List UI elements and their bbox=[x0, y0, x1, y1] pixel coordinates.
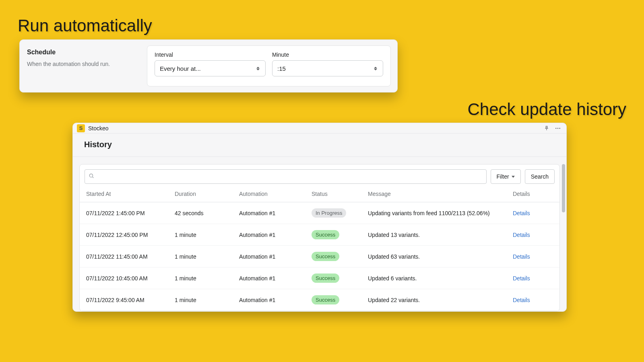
more-icon[interactable] bbox=[553, 124, 562, 133]
cell-started-at: 07/11/2022 10:45:00 AM bbox=[86, 275, 175, 282]
history-table: Started At Duration Automation Status Me… bbox=[80, 185, 559, 311]
minute-value: :15 bbox=[277, 65, 286, 72]
interval-field: Interval Every hour at... bbox=[155, 51, 266, 80]
table-row: 07/11/2022 10:45:00 AM1 minuteAutomation… bbox=[80, 267, 559, 289]
history-toolbar: Filter Search bbox=[80, 165, 559, 185]
col-status: Status bbox=[312, 191, 368, 197]
search-button-label: Search bbox=[531, 173, 549, 180]
minute-label: Minute bbox=[272, 51, 383, 58]
details-link[interactable]: Details bbox=[513, 232, 530, 238]
cell-message: Updated 6 variants. bbox=[368, 275, 513, 282]
status-badge: Success bbox=[312, 274, 339, 283]
heading-run-automatically: Run automatically bbox=[18, 16, 152, 35]
history-body: Filter Search Started At Duration Automa… bbox=[73, 157, 566, 311]
cell-duration: 1 minute bbox=[175, 297, 239, 303]
col-details: Details bbox=[513, 191, 553, 197]
interval-value: Every hour at... bbox=[160, 65, 201, 72]
cell-duration: 1 minute bbox=[175, 275, 239, 282]
cell-message: Updating variants from feed 1100/2113 (5… bbox=[368, 210, 513, 216]
cell-started-at: 07/11/2022 12:45:00 PM bbox=[86, 232, 175, 238]
table-row: 07/11/2022 1:45:00 PM42 secondsAutomatio… bbox=[80, 202, 559, 224]
scrollbar[interactable] bbox=[562, 164, 565, 311]
cell-automation: Automation #1 bbox=[239, 232, 312, 238]
table-header: Started At Duration Automation Status Me… bbox=[80, 185, 559, 202]
history-panel: S Stockeo History Filter bbox=[72, 123, 567, 312]
status-badge: Success bbox=[312, 295, 339, 304]
cell-started-at: 07/11/2022 9:45:00 AM bbox=[86, 297, 175, 303]
schedule-form: Interval Every hour at... Minute :15 bbox=[147, 45, 391, 86]
col-duration: Duration bbox=[175, 191, 239, 197]
schedule-description-pane: Schedule When the automation should run. bbox=[20, 40, 147, 92]
cell-automation: Automation #1 bbox=[239, 210, 312, 216]
cell-started-at: 07/11/2022 11:45:00 AM bbox=[86, 253, 175, 260]
details-link[interactable]: Details bbox=[513, 275, 530, 282]
cell-message: Updated 13 variants. bbox=[368, 232, 513, 238]
minute-field: Minute :15 bbox=[272, 51, 383, 80]
search-input[interactable] bbox=[85, 169, 487, 184]
schedule-description: When the automation should run. bbox=[27, 61, 140, 67]
search-field-wrap bbox=[85, 169, 487, 184]
app-name: Stockeo bbox=[88, 125, 109, 132]
chevron-down-icon bbox=[512, 176, 515, 178]
cell-automation: Automation #1 bbox=[239, 253, 312, 260]
cell-details: Details bbox=[513, 297, 553, 303]
cell-details: Details bbox=[513, 275, 553, 282]
status-badge: Success bbox=[312, 252, 339, 261]
cell-status: In Progress bbox=[312, 208, 368, 218]
cell-details: Details bbox=[513, 232, 553, 238]
details-link[interactable]: Details bbox=[513, 297, 530, 303]
minute-select[interactable]: :15 bbox=[272, 60, 383, 76]
details-link[interactable]: Details bbox=[513, 210, 530, 216]
select-stepper-icon bbox=[256, 65, 262, 72]
cell-automation: Automation #1 bbox=[239, 275, 312, 282]
cell-status: Success bbox=[312, 295, 368, 304]
cell-message: Updated 63 variants. bbox=[368, 253, 513, 260]
details-link[interactable]: Details bbox=[513, 253, 530, 260]
filter-button-label: Filter bbox=[497, 173, 509, 180]
search-icon bbox=[89, 173, 94, 180]
schedule-title: Schedule bbox=[27, 49, 140, 56]
interval-select[interactable]: Every hour at... bbox=[155, 60, 266, 76]
col-automation: Automation bbox=[239, 191, 312, 197]
cell-duration: 1 minute bbox=[175, 253, 239, 260]
col-message: Message bbox=[368, 191, 513, 197]
svg-point-1 bbox=[557, 128, 558, 128]
pin-icon[interactable] bbox=[542, 124, 551, 133]
cell-duration: 42 seconds bbox=[175, 210, 239, 216]
table-row: 07/11/2022 12:45:00 PM1 minuteAutomation… bbox=[80, 224, 559, 246]
table-row: 07/11/2022 11:45:00 AM1 minuteAutomation… bbox=[80, 246, 559, 267]
filter-button[interactable]: Filter bbox=[491, 169, 521, 184]
cell-automation: Automation #1 bbox=[239, 297, 312, 303]
interval-label: Interval bbox=[155, 51, 266, 58]
status-badge: In Progress bbox=[312, 208, 346, 218]
cell-status: Success bbox=[312, 230, 368, 239]
cell-details: Details bbox=[513, 253, 553, 260]
status-badge: Success bbox=[312, 230, 339, 239]
select-stepper-icon bbox=[374, 65, 380, 72]
svg-point-2 bbox=[559, 128, 560, 128]
page-title: History bbox=[73, 134, 566, 157]
svg-point-3 bbox=[89, 174, 93, 177]
schedule-card: Schedule When the automation should run.… bbox=[19, 39, 398, 93]
cell-started-at: 07/11/2022 1:45:00 PM bbox=[86, 210, 175, 216]
col-started-at: Started At bbox=[86, 191, 175, 197]
history-window-header: S Stockeo bbox=[73, 123, 566, 134]
cell-status: Success bbox=[312, 252, 368, 261]
search-button[interactable]: Search bbox=[525, 169, 555, 184]
heading-check-update-history: Check update history bbox=[467, 100, 626, 119]
cell-details: Details bbox=[513, 210, 553, 216]
table-row: 07/11/2022 9:45:00 AM1 minuteAutomation … bbox=[80, 289, 559, 311]
app-logo: S bbox=[77, 124, 85, 132]
cell-duration: 1 minute bbox=[175, 232, 239, 238]
scrollbar-thumb[interactable] bbox=[562, 164, 565, 212]
cell-status: Success bbox=[312, 274, 368, 283]
svg-line-4 bbox=[93, 177, 94, 178]
svg-point-0 bbox=[555, 128, 556, 128]
history-card: Filter Search Started At Duration Automa… bbox=[79, 164, 560, 311]
cell-message: Updated 22 variants. bbox=[368, 297, 513, 303]
